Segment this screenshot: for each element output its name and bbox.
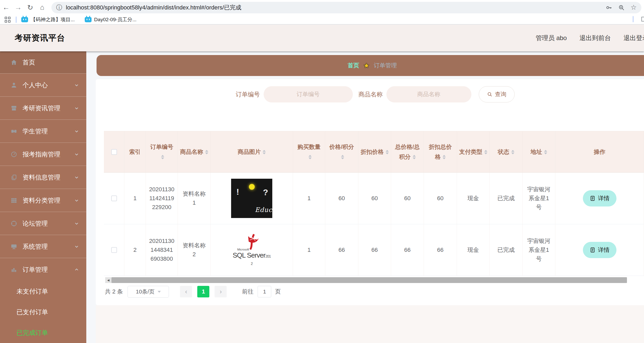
site-info-icon[interactable]: ⓘ: [56, 3, 62, 12]
sidebar-item-personal-center[interactable]: 个人中心: [0, 73, 86, 96]
col-header-address[interactable]: 地址: [523, 131, 555, 173]
sort-carets-icon[interactable]: [511, 150, 514, 154]
bookmark-label: 【码神之路】项目...: [31, 16, 75, 23]
chevron-down-icon: [74, 175, 79, 180]
row-checkbox[interactable]: [111, 247, 117, 253]
forward-icon[interactable]: →: [12, 3, 24, 12]
chalk-question: ?: [263, 186, 268, 199]
col-header-product-image[interactable]: 商品图片: [211, 131, 293, 173]
apps-grid-icon[interactable]: [5, 17, 10, 23]
detail-button[interactable]: 详情: [583, 190, 616, 206]
goto-page-input[interactable]: [258, 286, 271, 297]
sql-server-title: SQL Server2012: [232, 252, 272, 266]
copy-document-icon: [10, 174, 17, 181]
exit-to-front-link[interactable]: 退出到前台: [579, 34, 611, 42]
sort-carets-icon[interactable]: [341, 155, 344, 159]
col-header-discount-price[interactable]: 折扣价格: [358, 131, 391, 173]
sidebar-subitem-paid-orders[interactable]: 已支付订单: [0, 302, 86, 322]
bookmark-item[interactable]: Day02-09-员工分...: [85, 16, 137, 23]
query-button[interactable]: 查询: [479, 86, 515, 102]
home-icon[interactable]: ⌂: [36, 3, 48, 12]
col-header-quantity[interactable]: 购买数量: [293, 131, 325, 173]
order-no-input[interactable]: [264, 86, 353, 102]
url-text[interactable]: localhost:8080/springboot58ly4/admin/dis…: [66, 4, 605, 12]
col-header-total-price[interactable]: 总价格/总积分: [391, 131, 424, 173]
scrollbar-thumb[interactable]: [111, 277, 627, 283]
bookmark-star-icon[interactable]: ☆: [631, 3, 637, 12]
row-checkbox[interactable]: [111, 195, 117, 201]
sidebar-item-forum-management[interactable]: 论坛管理: [0, 212, 86, 235]
zoom-icon[interactable]: [618, 4, 625, 11]
cell-actions: 详情: [555, 173, 644, 224]
cell-address: 宇宙银河系金星1号: [523, 173, 555, 224]
logout-link[interactable]: 退出登录: [624, 34, 644, 42]
reload-icon[interactable]: ↻: [24, 3, 36, 12]
product-name-label: 商品名称: [359, 90, 383, 99]
sidebar-item-material-info-management[interactable]: 资料信息管理: [0, 166, 86, 189]
page-size-value: 10条/页: [136, 288, 155, 295]
bookmark-item[interactable]: 【码神之路】项目...: [21, 16, 75, 23]
sidebar-item-guide-management[interactable]: 报考指南管理: [0, 143, 86, 166]
sidebar-item-order-management[interactable]: 订单管理: [0, 258, 86, 281]
chalk-exclamation: !: [236, 186, 239, 199]
app-header: 考研资讯平台 管理员 abo 退出到前台 退出登录: [0, 25, 644, 51]
col-header-product-name[interactable]: 商品名称: [178, 131, 211, 173]
education-caption: Education: [252, 205, 293, 215]
cell-product-name: 资料名称1: [178, 173, 211, 224]
sidebar-item-home[interactable]: 首页: [0, 51, 86, 73]
sidebar-item-news-management[interactable]: 考研资讯管理: [0, 96, 86, 119]
document-icon: [590, 247, 595, 253]
sort-carets-icon[interactable]: [205, 150, 208, 154]
sidebar-subitem-unpaid-orders[interactable]: 未支付订单: [0, 281, 86, 302]
col-header-price[interactable]: 价格/积分: [325, 131, 358, 173]
detail-button-label: 详情: [598, 246, 610, 254]
chevron-down-icon: [74, 244, 79, 249]
sort-carets-icon[interactable]: [544, 150, 547, 154]
page-size-select[interactable]: 10条/页: [127, 286, 169, 298]
sidebar-item-system-management[interactable]: 系统管理: [0, 235, 86, 258]
col-header-discount-total[interactable]: 折扣总价格: [424, 131, 457, 173]
cell-status: 已完成: [490, 173, 523, 224]
sidebar-item-label: 订单管理: [23, 265, 74, 274]
next-page-button[interactable]: ›: [215, 286, 227, 297]
breadcrumb: 首页 ★ 订单管理: [97, 55, 644, 76]
sort-carets-icon[interactable]: [386, 150, 389, 154]
current-page-button[interactable]: 1: [197, 286, 209, 297]
cell-product-name: 资料名称2: [178, 224, 211, 276]
sort-carets-icon[interactable]: [484, 150, 487, 154]
col-header-order-no[interactable]: 订单编号: [146, 131, 178, 173]
sort-carets-icon[interactable]: [308, 155, 312, 159]
sidebar-item-material-category-management[interactable]: 资料分类管理: [0, 189, 86, 212]
scrollbar-left-arrow-icon[interactable]: ◀: [105, 277, 111, 283]
cell-discount-total: 60: [424, 173, 457, 224]
col-header-status[interactable]: 状态: [490, 131, 523, 173]
product-name-input[interactable]: [386, 86, 471, 102]
sidebar-item-label: 首页: [23, 58, 79, 67]
sidebar-subitem-completed-orders[interactable]: 已完成订单: [0, 322, 86, 343]
chevron-up-icon: [74, 267, 79, 272]
back-icon[interactable]: ←: [0, 3, 12, 12]
breadcrumb-home-link[interactable]: 首页: [348, 62, 359, 69]
browser-chrome: ← → ↻ ⌂ ⓘ localhost:8080/springboot58ly4…: [0, 0, 644, 25]
sort-carets-icon[interactable]: [161, 155, 164, 159]
sort-carets-icon[interactable]: [443, 155, 446, 159]
horizontal-scrollbar[interactable]: ◀: [105, 277, 627, 283]
user-icon: [10, 82, 17, 89]
prev-page-button[interactable]: ‹: [180, 286, 192, 297]
sort-carets-icon[interactable]: [413, 155, 416, 159]
bookmarks-separator: [633, 16, 634, 22]
query-button-label: 查询: [495, 90, 507, 98]
sort-carets-icon[interactable]: [263, 150, 266, 154]
select-all-header-cell: [104, 131, 124, 173]
sidebar-item-label: 资料分类管理: [23, 196, 74, 205]
orders-table: 索引 订单编号 商品名称 商品图片 购买数量 价格/积分 折扣价格 总价格/总积…: [104, 131, 644, 276]
col-header-pay-type[interactable]: 支付类型: [457, 131, 490, 173]
cell-product-image: Microsoft SQL Server2012: [211, 224, 293, 276]
chevron-down-icon: [74, 152, 79, 157]
admin-user-link[interactable]: 管理员 abo: [536, 34, 567, 42]
select-all-checkbox[interactable]: [111, 149, 117, 155]
address-bar[interactable]: ⓘ localhost:8080/springboot58ly4/admin/d…: [51, 2, 641, 13]
detail-button[interactable]: 详情: [583, 242, 616, 258]
sidebar-item-student-management[interactable]: 学生管理: [0, 119, 86, 143]
password-key-icon[interactable]: [605, 4, 612, 11]
